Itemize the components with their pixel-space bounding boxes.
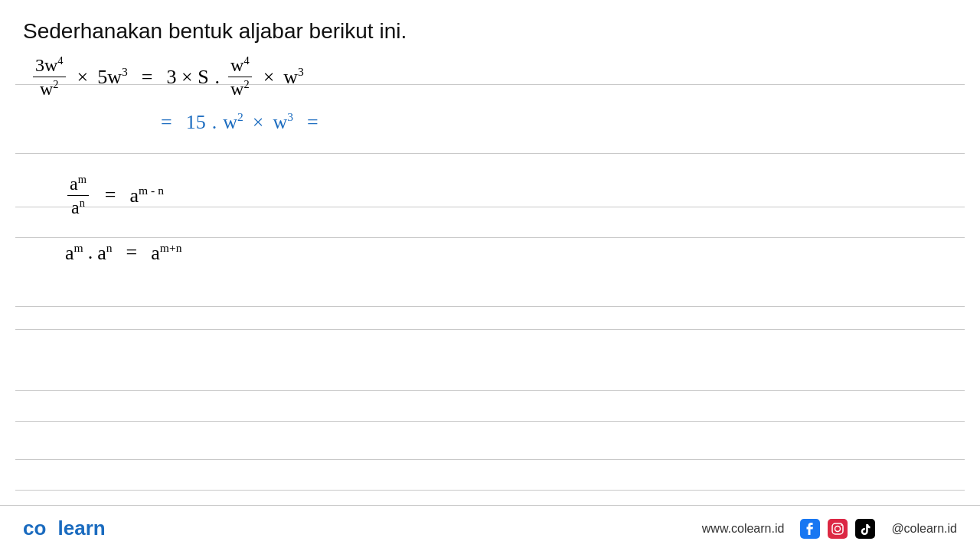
rule2-equals: = — [126, 241, 138, 264]
tiktok-icon — [854, 518, 876, 540]
svg-rect-1 — [828, 519, 848, 539]
rule1-fraction: am an — [67, 173, 89, 218]
step2-w3: w3 — [273, 110, 293, 134]
lhs-second-term: 5w3 — [97, 65, 128, 89]
rhs-fraction: w4 w2 — [228, 54, 252, 99]
step2-15: 15 — [186, 111, 206, 134]
lhs-fraction: 3w4 w2 — [33, 54, 66, 99]
step2-w2: w2 — [223, 110, 243, 134]
dot-2: . — [212, 111, 217, 134]
instagram-icon — [827, 518, 848, 540]
times-operator-1: × — [77, 66, 89, 89]
brand-logo: co learn — [23, 517, 106, 540]
brand-space — [49, 517, 54, 540]
rule1: am an = am - n — [23, 172, 957, 218]
rule1-equals: = — [105, 184, 116, 207]
section-gap-1 — [23, 143, 957, 157]
rule2-a2: an — [97, 241, 112, 265]
times-operator-3: × — [253, 111, 264, 134]
times-operator-2: × — [263, 66, 275, 89]
brand-learn: learn — [58, 517, 106, 540]
rule1-numerator: am — [67, 173, 89, 196]
lhs-denominator: w2 — [38, 77, 61, 99]
rhs-numerator: w4 — [228, 54, 252, 77]
rhs-coeff: 3 × S — [166, 66, 208, 89]
footer: co learn www.colearn.id — [0, 505, 980, 551]
math-step1: 3w4 w2 × 5w3 = 3 × S . w4 w2 × w3 — [23, 54, 957, 99]
equals-2: = — [161, 111, 172, 134]
rule1-denominator: an — [69, 196, 87, 218]
rhs-denominator: w2 — [228, 77, 252, 99]
lhs-numerator: 3w4 — [33, 54, 66, 77]
website-url: www.colearn.id — [702, 522, 785, 536]
rule2: am . an = am+n — [23, 230, 957, 276]
dot-rule2: . — [88, 241, 93, 264]
social-icons-group — [799, 518, 876, 540]
math-step2: = 15 . w2 × w3 = — [23, 101, 957, 143]
equals-3: = — [307, 111, 318, 134]
facebook-icon — [799, 518, 821, 540]
rule2-a1: am — [65, 241, 83, 265]
rule1-rhs: am - n — [130, 184, 164, 207]
social-handle: @colearn.id — [891, 522, 957, 536]
brand-co: co — [23, 517, 46, 540]
dot-1: . — [215, 66, 220, 89]
main-content: Sederhanakan bentuk aljabar berikut ini.… — [0, 0, 980, 276]
svg-point-4 — [841, 524, 842, 526]
rule2-rhs: am+n — [151, 241, 181, 265]
svg-rect-5 — [855, 519, 875, 539]
rhs-second-term: w3 — [283, 65, 304, 89]
title-text: Sederhanakan bentuk aljabar berikut ini. — [23, 19, 407, 43]
footer-right: www.colearn.id — [702, 518, 957, 540]
problem-title: Sederhanakan bentuk aljabar berikut ini. — [23, 0, 957, 51]
equals-1: = — [142, 66, 153, 89]
